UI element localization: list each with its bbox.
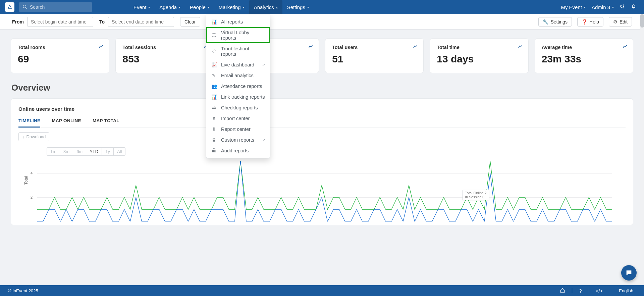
stat-card: Total users51	[325, 38, 424, 73]
search-box[interactable]	[19, 2, 92, 12]
heart-pulse-icon: ♡	[211, 49, 217, 54]
home-icon[interactable]	[560, 288, 565, 294]
nav-marketing[interactable]: Marketing▾	[214, 0, 249, 14]
upload-icon: ⇪	[211, 116, 217, 121]
series-total-online	[37, 161, 612, 209]
code-icon[interactable]: </>	[596, 288, 603, 294]
question-icon[interactable]: ?	[579, 288, 582, 294]
chat-button[interactable]	[621, 265, 637, 281]
download-button[interactable]: ↓ Download	[18, 132, 49, 141]
range-1m[interactable]: 1m	[47, 147, 60, 156]
chart-icon[interactable]	[413, 44, 418, 49]
download-icon: ↓	[22, 134, 24, 139]
card-label: Average time	[542, 45, 626, 50]
dropdown-item[interactable]: 👥Attendance reports	[206, 81, 270, 92]
brand-logo[interactable]	[5, 2, 14, 12]
svg-line-1	[26, 7, 27, 9]
end-date-input[interactable]	[108, 17, 174, 27]
dropdown-label: Audit reports	[221, 148, 249, 153]
from-label: From	[12, 19, 24, 24]
dropdown-item[interactable]: 📊Link tracking reports	[206, 92, 270, 102]
chevron-down-icon: ▾	[148, 5, 150, 9]
footer-icons: ? </> English	[560, 288, 636, 294]
search-input[interactable]	[30, 4, 89, 10]
clear-button[interactable]: Clear	[180, 17, 200, 27]
range-ytd[interactable]: YTD	[86, 147, 102, 156]
range-3m[interactable]: 3m	[60, 147, 73, 156]
megaphone-icon[interactable]	[620, 4, 625, 10]
settings-button[interactable]: 🔧Settings	[538, 17, 572, 27]
tooltip-line2: In Session 0	[465, 195, 486, 199]
user-menu[interactable]: Admin 3 ▾	[592, 4, 614, 10]
section-title: Overview	[11, 83, 633, 93]
begin-date-input[interactable]	[27, 17, 93, 27]
overview-panel: Online users over time TIMELINEMAP ONLIN…	[11, 98, 633, 225]
help-button[interactable]: ❓Help	[577, 17, 603, 27]
chevron-down-icon: ▾	[612, 5, 614, 9]
range-6m[interactable]: 6m	[73, 147, 86, 156]
y-tick: 4	[31, 171, 33, 175]
card-value: 853	[122, 53, 207, 65]
chart-icon[interactable]	[309, 44, 313, 49]
dropdown-item[interactable]: ⇩Report center	[206, 124, 270, 135]
range-selector: 1m3m6mYTD1yAll	[47, 147, 125, 156]
gear-icon: ⚙	[613, 19, 618, 24]
scrollbar-thumb[interactable]	[640, 14, 644, 28]
dropdown-label: Email analytics	[221, 73, 254, 78]
dropdown-item[interactable]: 🏛Audit reports	[206, 145, 270, 156]
edit-button[interactable]: ⚙Edit	[609, 17, 632, 27]
chart-plot	[37, 161, 612, 221]
scrollbar[interactable]	[640, 14, 644, 284]
monitor-icon: 🖵	[211, 33, 217, 38]
chart-tooltip: Total Online 2 In Session 0	[463, 190, 489, 200]
timeline-chart: Total 24 Total Online 2 In Session 0	[37, 161, 612, 221]
swap-icon: ⇄	[211, 105, 217, 110]
dropdown-item[interactable]: ♡Troubleshoot reports	[206, 43, 270, 59]
stat-cards: Total rooms69Total sessions853Single ses…	[11, 38, 633, 73]
date-toolbar: From To Clear 🔧Settings ❓Help ⚙Edit	[0, 14, 644, 30]
dropdown-item[interactable]: ⇪Import center	[206, 113, 270, 124]
tab-timeline[interactable]: TIMELINE	[18, 118, 40, 128]
people-icon: 👥	[211, 84, 217, 89]
dropdown-label: Attendance reports	[221, 84, 262, 89]
chart-icon[interactable]	[623, 44, 628, 49]
bar-chart-icon: 📊	[211, 19, 217, 24]
dropdown-label: Checklog reports	[221, 105, 258, 110]
nav-analytics[interactable]: Analytics▴	[249, 0, 282, 14]
dropdown-item[interactable]: ✎Email analytics	[206, 70, 270, 81]
graph-icon: 📊	[211, 94, 217, 100]
chart-icon[interactable]	[518, 44, 523, 49]
chart-icon[interactable]	[99, 44, 104, 49]
stat-card: Total rooms69	[11, 38, 109, 73]
wrench-icon: 🔧	[543, 19, 548, 24]
bell-icon[interactable]	[631, 4, 636, 10]
card-label: Total users	[332, 45, 417, 50]
nav-event[interactable]: Event▾	[129, 0, 155, 14]
language-selector[interactable]: English	[619, 288, 633, 293]
dropdown-item[interactable]: ⇄Checklog reports	[206, 102, 270, 113]
stat-card: Average time23m 33s	[535, 38, 633, 73]
range-1y[interactable]: 1y	[102, 147, 114, 156]
help-icon: ❓	[582, 19, 587, 24]
dropdown-item[interactable]: 🗎Custom reports↗	[206, 135, 270, 145]
nav-agenda[interactable]: Agenda▾	[155, 0, 185, 14]
dropdown-item[interactable]: 🖵Virtual Lobby reports	[206, 27, 270, 43]
external-link-icon: ↗	[262, 62, 265, 67]
nav-settings[interactable]: Settings▾	[282, 0, 314, 14]
copyright: ® InEvent 2025	[8, 288, 38, 293]
download-icon: ⇩	[211, 127, 217, 132]
svg-point-0	[23, 5, 26, 8]
right-nav: My Event ▾ Admin 3 ▾	[561, 4, 636, 10]
dropdown-label: All reports	[221, 19, 243, 24]
range-all[interactable]: All	[113, 147, 125, 156]
tab-map-online[interactable]: MAP ONLINE	[52, 118, 81, 127]
card-value: 51	[332, 53, 417, 65]
toolbar-right-buttons: 🔧Settings ❓Help ⚙Edit	[538, 17, 632, 27]
nav-people[interactable]: People▾	[185, 0, 214, 14]
dropdown-item[interactable]: 📊All reports	[206, 16, 270, 27]
chart-y-axis-label: Total	[24, 176, 29, 185]
dropdown-item[interactable]: 📈Live dashboard↗	[206, 59, 270, 70]
tab-map-total[interactable]: MAP TOTAL	[93, 118, 119, 127]
chevron-down-icon: ▾	[243, 5, 245, 9]
event-switcher[interactable]: My Event ▾	[561, 4, 586, 10]
